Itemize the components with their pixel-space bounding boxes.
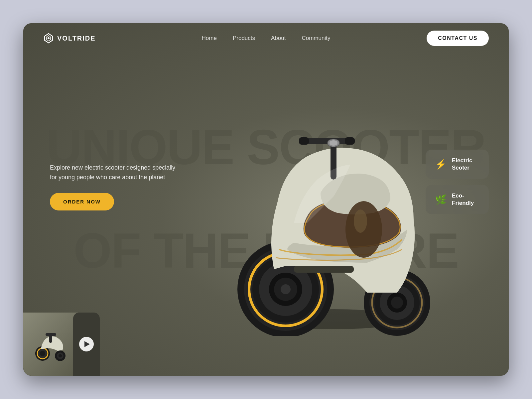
hero-left-content: Explore new electric scooter designed sp…	[50, 163, 176, 210]
electric-scooter-label: Electric Scoter	[452, 157, 479, 172]
thumbnail-image	[23, 313, 78, 376]
contact-button[interactable]: CONTACT US	[427, 31, 489, 46]
nav-products[interactable]: Products	[233, 35, 255, 42]
svg-rect-27	[294, 266, 354, 273]
order-button[interactable]: ORDER NOW	[50, 193, 114, 210]
main-window: UNIQUE SCOOTER OF THE FUTURE VOLTRIDE Ho…	[23, 23, 509, 376]
svg-point-11	[281, 284, 291, 294]
hero-subtitle: Explore new electric scooter designed sp…	[50, 163, 176, 182]
content-area: Explore new electric scooter designed sp…	[23, 23, 509, 376]
svg-rect-21	[299, 137, 309, 145]
nav-community[interactable]: Community	[302, 35, 330, 42]
eco-friendly-label: Eco-Friendly	[452, 192, 479, 207]
play-icon	[84, 341, 90, 347]
svg-point-30	[40, 351, 45, 356]
header: VOLTRIDE Home Products About Community C…	[23, 23, 509, 53]
play-button[interactable]	[79, 337, 94, 351]
logo-icon	[43, 33, 54, 44]
navigation: Home Products About Community	[202, 35, 331, 42]
play-button-container	[73, 313, 100, 376]
svg-point-17	[391, 297, 403, 309]
svg-point-2	[48, 37, 50, 39]
mini-scooter-svg	[31, 324, 71, 364]
logo[interactable]: VOLTRIDE	[43, 33, 96, 44]
video-thumbnail	[23, 313, 100, 376]
svg-point-26	[354, 209, 367, 233]
scooter-svg	[221, 76, 447, 336]
svg-point-34	[59, 354, 62, 357]
nav-about[interactable]: About	[271, 35, 286, 42]
scooter-image	[221, 76, 447, 336]
nav-home[interactable]: Home	[202, 35, 217, 42]
svg-point-24	[330, 140, 337, 146]
svg-rect-36	[46, 333, 56, 336]
svg-rect-22	[345, 137, 355, 145]
brand-name: VOLTRIDE	[57, 35, 96, 42]
